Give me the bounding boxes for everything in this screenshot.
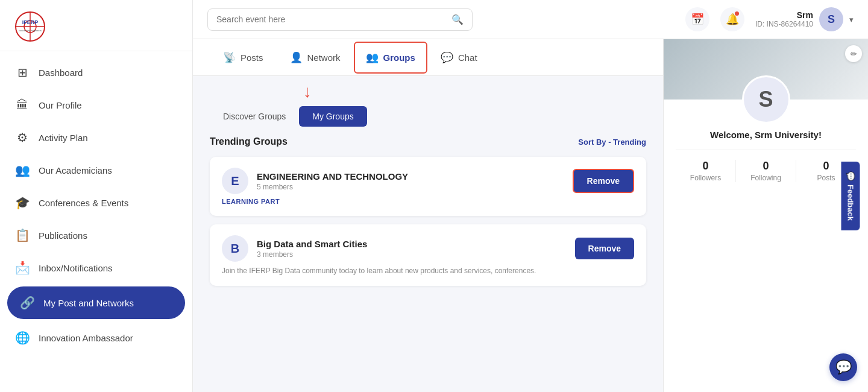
conferences-icon: 🎓	[14, 195, 30, 210]
sidebar-nav: ⊞ Dashboard 🏛 Our Profile ⚙ Activity Pla…	[0, 51, 192, 359]
sidebar-item-label: Dashboard	[39, 68, 83, 78]
subtab-my-groups[interactable]: My Groups	[299, 106, 366, 127]
logo-area: IFERP connecting engineers	[0, 0, 192, 51]
arrow-area: ↓	[193, 76, 663, 101]
activity-icon: ⚙	[14, 130, 30, 145]
inbox-icon: 📩	[14, 260, 30, 276]
group-tag-eng: LEARNING PART	[222, 198, 634, 205]
feedback-label: Feedback	[846, 185, 855, 221]
notification-button[interactable]: 🔔	[720, 7, 744, 31]
sidebar-item-label: Innovation Ambassador	[39, 333, 133, 343]
subtab-discover-groups[interactable]: Discover Groups	[210, 106, 299, 127]
tab-posts[interactable]: 📡 Posts	[210, 39, 277, 75]
profile-edit-button[interactable]: ✏	[845, 45, 862, 62]
topbar: 🔍 📅 🔔 Srm ID: INS-86264410 S ▾	[193, 0, 868, 39]
publications-icon: 📋	[14, 227, 30, 243]
chat-fab-button[interactable]: 💬	[829, 353, 857, 381]
sidebar-item-label: Inbox/Notifications	[39, 263, 113, 273]
following-label: Following	[742, 174, 790, 182]
sidebar-item-label: Conferences & Events	[39, 198, 128, 208]
chat-tab-icon: 💬	[441, 51, 453, 64]
sidebar-item-inbox[interactable]: 📩 Inbox/Notifications	[0, 251, 192, 284]
academicians-icon: 👥	[14, 162, 30, 178]
tab-posts-label: Posts	[241, 52, 263, 63]
main-content: 📡 Posts 👤 Network 👥 Groups 💬 Chat	[193, 39, 663, 392]
feedback-tab[interactable]: 💬 Feedback	[841, 162, 860, 230]
followers-value: 0	[682, 160, 729, 172]
topbar-icons: 📅 🔔 Srm ID: INS-86264410 S ▾	[685, 7, 854, 31]
sidebar-item-my-post-networks[interactable]: 🔗 My Post and Networks	[7, 286, 185, 319]
group-desc-bigdata: Join the IFERP Big Data community today …	[222, 267, 634, 275]
group-name-eng: ENGINEERING AND TECHNOLOGY	[257, 171, 564, 182]
tab-groups[interactable]: 👥 Groups	[354, 42, 427, 74]
tab-chat-label: Chat	[458, 52, 477, 63]
section-title: Trending Groups	[210, 136, 288, 147]
tab-network[interactable]: 👤 Network	[277, 39, 354, 75]
remove-button-bigdata[interactable]: Remove	[575, 238, 634, 259]
my-post-icon: 🔗	[19, 295, 35, 311]
sort-value: Trending	[613, 138, 646, 147]
sub-tabs: Discover Groups My Groups	[193, 101, 663, 136]
sidebar-item-label: Activity Plan	[39, 133, 88, 143]
search-box[interactable]: 🔍	[207, 8, 473, 31]
arrow-indicator: ↓	[303, 82, 312, 101]
sidebar-item-conferences-events[interactable]: 🎓 Conferences & Events	[0, 186, 192, 219]
calendar-icon: 📅	[691, 13, 704, 26]
group-card-top-2: B Big Data and Smart Cities 3 members Re…	[222, 235, 634, 262]
sidebar-item-publications[interactable]: 📋 Publications	[0, 219, 192, 251]
sidebar-item-dashboard[interactable]: ⊞ Dashboard	[0, 56, 192, 89]
iferp-logo: IFERP connecting engineers	[14, 11, 46, 42]
profile-icon: 🏛	[14, 97, 30, 113]
groups-section: Trending Groups Sort By - Trending E ENG…	[193, 136, 663, 286]
group-card-eng-tech: E ENGINEERING AND TECHNOLOGY 5 members R…	[210, 157, 646, 216]
group-card-top: E ENGINEERING AND TECHNOLOGY 5 members R…	[222, 168, 634, 194]
chat-fab-icon: 💬	[835, 359, 852, 375]
profile-avatar-large: S	[742, 75, 790, 124]
sidebar-item-activity-plan[interactable]: ⚙ Activity Plan	[0, 121, 192, 154]
sidebar-item-label: Our Academicians	[39, 165, 112, 175]
tab-network-label: Network	[307, 52, 341, 63]
group-avatar-eng: E	[222, 168, 248, 194]
calendar-button[interactable]: 📅	[685, 7, 709, 31]
followers-label: Followers	[682, 174, 729, 182]
feedback-icon: 💬	[846, 171, 855, 181]
tabs-bar: 📡 Posts 👤 Network 👥 Groups 💬 Chat	[193, 39, 663, 76]
svg-text:connecting engineers: connecting engineers	[19, 29, 42, 32]
group-avatar-bigdata: B	[222, 235, 248, 262]
posts-tab-icon: 📡	[223, 51, 236, 64]
group-info-eng: ENGINEERING AND TECHNOLOGY 5 members	[257, 171, 564, 191]
sidebar-item-label: Our Profile	[39, 100, 82, 110]
content-area: 📡 Posts 👤 Network 👥 Groups 💬 Chat	[193, 39, 868, 392]
network-tab-icon: 👤	[290, 51, 303, 64]
profile-welcome: Welcome, Srm University!	[664, 130, 868, 140]
innovation-icon: 🌐	[14, 330, 30, 346]
main-area: 🔍 📅 🔔 Srm ID: INS-86264410 S ▾	[193, 0, 868, 392]
sort-by: Sort By - Trending	[578, 138, 646, 147]
group-name-bigdata: Big Data and Smart Cities	[257, 239, 567, 249]
stat-following: 0 Following	[736, 160, 796, 182]
sidebar: IFERP connecting engineers ⊞ Dashboard 🏛…	[0, 0, 193, 392]
sidebar-item-label: Publications	[39, 230, 87, 241]
right-panel: ✏ S Welcome, Srm University! 0 Followers…	[663, 39, 868, 392]
tab-chat[interactable]: 💬 Chat	[427, 39, 491, 75]
remove-button-eng[interactable]: Remove	[573, 169, 634, 193]
group-card-big-data: B Big Data and Smart Cities 3 members Re…	[210, 224, 646, 286]
user-name: Srm	[755, 10, 813, 20]
dashboard-icon: ⊞	[14, 65, 30, 80]
group-members-bigdata: 3 members	[257, 250, 567, 259]
section-header: Trending Groups Sort By - Trending	[210, 136, 646, 147]
sidebar-item-our-profile[interactable]: 🏛 Our Profile	[0, 89, 192, 121]
sidebar-item-our-academicians[interactable]: 👥 Our Academicians	[0, 154, 192, 186]
user-text: Srm ID: INS-86264410	[755, 10, 813, 28]
following-value: 0	[742, 160, 790, 172]
search-input[interactable]	[216, 14, 445, 24]
group-info-bigdata: Big Data and Smart Cities 3 members	[257, 239, 567, 259]
group-members-eng: 5 members	[257, 183, 564, 191]
user-id: ID: INS-86264410	[755, 20, 813, 28]
sidebar-item-label: My Post and Networks	[43, 298, 134, 308]
sidebar-item-innovation-ambassador[interactable]: 🌐 Innovation Ambassador	[0, 321, 192, 354]
chevron-down-icon[interactable]: ▾	[849, 15, 854, 24]
tab-groups-label: Groups	[383, 52, 415, 63]
profile-stats: 0 Followers 0 Following 0 Posts	[676, 150, 856, 182]
user-info[interactable]: Srm ID: INS-86264410 S ▾	[755, 7, 854, 31]
